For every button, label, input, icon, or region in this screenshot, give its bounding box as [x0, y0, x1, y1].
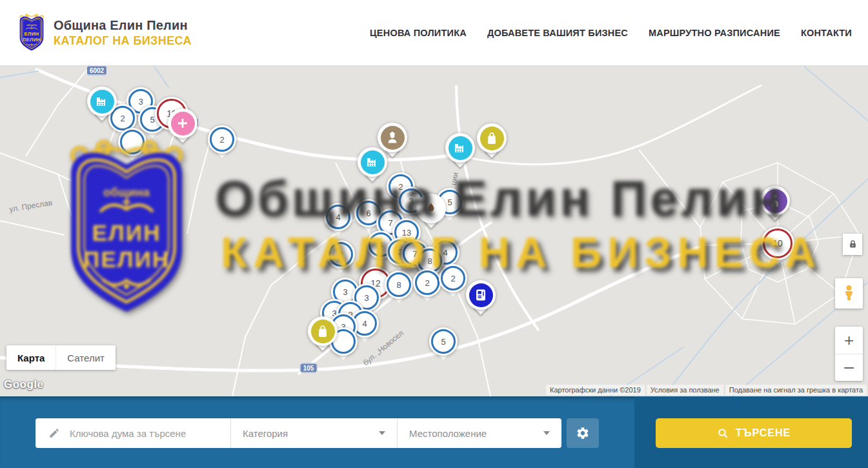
google-logo[interactable]: Google [4, 378, 44, 391]
main-nav: ЦЕНОВА ПОЛИТИКА ДОБАВЕТЕ ВАШИЯТ БИЗНЕС М… [370, 28, 852, 38]
nav-item-route-schedule[interactable]: МАРШРУТНО РАЗПИСАНИЕ [649, 28, 780, 38]
cluster-count: 2 [219, 135, 224, 145]
cluster-count: 5 [150, 115, 154, 125]
zoom-controls: + − [835, 327, 863, 381]
fuel-pin[interactable] [466, 280, 496, 320]
lock-icon [847, 239, 858, 250]
attribution-copyright: Картографски данни ©2019 [546, 385, 645, 395]
nav-item-pricing[interactable]: ЦЕНОВА ПОЛИТИКА [370, 28, 467, 38]
search-button-label: ТЪРСЕНЕ [736, 427, 791, 439]
street-view-pegman[interactable] [835, 278, 863, 309]
nav-item-add-business[interactable]: ДОБАВЕТЕ ВАШИЯТ БИЗНЕС [487, 28, 628, 38]
cluster-count: 2 [120, 114, 125, 123]
chevron-down-icon [543, 431, 550, 435]
advanced-settings-button[interactable] [567, 418, 599, 448]
search-bar: Категория Местоположение ТЪРСЕНЕ [0, 396, 868, 468]
municipality-logo [16, 14, 47, 52]
pencil-icon [48, 427, 60, 439]
zoom-in-button[interactable]: + [835, 327, 863, 354]
nav-item-contacts[interactable]: КОНТАКТИ [801, 28, 852, 38]
location-select[interactable]: Местоположение [397, 418, 561, 448]
brand[interactable]: Община Елин Пелин КАТАЛОГ НА БИЗНЕСА [16, 14, 192, 52]
brand-title: Община Елин Пелин [54, 18, 192, 33]
plus-icon [171, 112, 195, 136]
map-type-switcher: Карта Сателит [6, 345, 116, 370]
satellite-view-button[interactable]: Сателит [56, 345, 116, 370]
category-select-label: Категория [243, 428, 288, 439]
map-view-button[interactable]: Карта [6, 345, 56, 370]
cluster-marker[interactable]: 2 [208, 125, 236, 154]
factory-icon [90, 90, 114, 114]
category-select[interactable]: Категория [230, 418, 397, 448]
search-button[interactable]: ТЪРСЕНЕ [656, 418, 852, 448]
brand-subtitle: КАТАЛОГ НА БИЗНЕСА [54, 34, 192, 48]
factory-pin[interactable] [445, 133, 475, 173]
cluster-marker[interactable]: 5 [429, 327, 458, 356]
cluster-count: 3 [364, 293, 368, 303]
chevron-down-icon [379, 431, 385, 435]
watermark-subtitle: КАТАЛОГ НА БИЗНЕСА [221, 227, 822, 277]
bag-icon [480, 127, 504, 150]
cluster-count: 5 [441, 337, 445, 347]
zoom-out-button[interactable]: − [835, 354, 863, 381]
map-attribution: Картографски данни ©2019 Условия за полз… [544, 385, 867, 395]
pegman-icon [840, 283, 858, 303]
worker-icon [381, 126, 405, 150]
report-error-link[interactable]: Подаване на сигнал за грешка в картата [725, 385, 867, 395]
terms-link[interactable]: Условия за ползване [647, 385, 723, 395]
lock-button[interactable] [843, 234, 862, 255]
keyword-field[interactable] [35, 418, 230, 448]
cluster-count: 4 [362, 319, 367, 329]
cluster-count: 2 [425, 278, 429, 288]
search-icon [717, 427, 729, 440]
bag-icon [311, 320, 335, 343]
gear-icon [576, 426, 590, 440]
map-canvas[interactable]: ул. Преславбул. „Новоселции6002105 32512… [0, 66, 868, 396]
cluster-count: 3 [343, 287, 347, 297]
bag-pin[interactable] [308, 316, 338, 356]
brand-text: Община Елин Пелин КАТАЛОГ НА БИЗНЕСА [54, 18, 192, 48]
watermark-title: Община Елин Пелин [215, 169, 784, 228]
factory-icon [449, 136, 472, 160]
factory-pin[interactable] [87, 86, 117, 127]
bag-pin[interactable] [477, 123, 507, 163]
header: Община Елин Пелин КАТАЛОГ НА БИЗНЕСА ЦЕН… [0, 0, 868, 66]
search-form: Категория Местоположение [35, 418, 561, 448]
location-select-label: Местоположение [409, 428, 487, 439]
keyword-input[interactable] [68, 427, 224, 440]
watermark-shield [54, 138, 199, 321]
fuel-icon [469, 283, 493, 307]
cluster-count: 8 [396, 280, 401, 290]
page: Община Елин Пелин КАТАЛОГ НА БИЗНЕСА ЦЕН… [0, 0, 868, 468]
